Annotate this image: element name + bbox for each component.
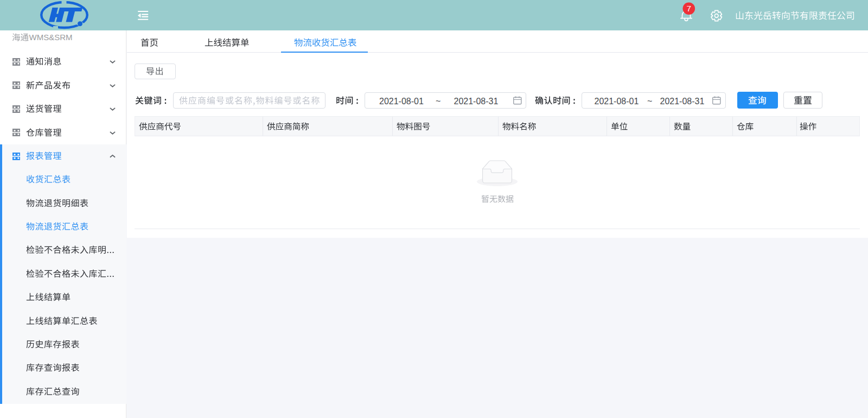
svg-text:7: 7 [686, 4, 691, 13]
